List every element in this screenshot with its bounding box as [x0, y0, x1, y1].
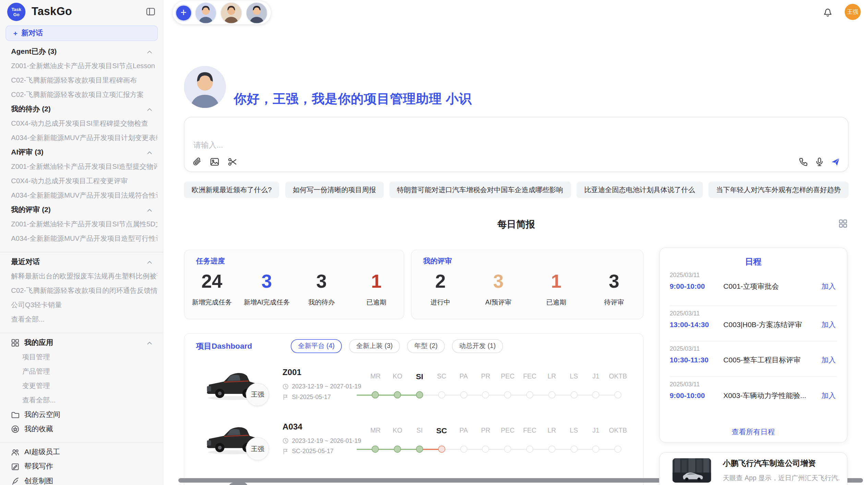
agent-avatar[interactable]: [246, 2, 267, 24]
agent-avatar[interactable]: [195, 2, 217, 24]
dashboard-title: 项目Dashboard: [196, 341, 252, 351]
conversation-item[interactable]: Z001-全新燃油轻卡产品开发项目SI节点属性5D文件评审: [11, 219, 157, 229]
sidebar-item-help-write[interactable]: 帮我写作: [11, 461, 157, 471]
milestone-dot: [504, 391, 511, 398]
conversation-item[interactable]: A034-全新新能源MUV产品开发项目法规符合性评审: [11, 190, 157, 200]
suggestion-chip[interactable]: 比亚迪全固态电池计划具体说了什么: [577, 182, 703, 198]
chevron-up-icon[interactable]: [146, 339, 153, 346]
schedule-event: 2025/03/11 13:00-14:30 C003|H0B-方案冻结评审 加…: [670, 310, 837, 338]
tab-new-platform[interactable]: 全新平台 (4): [291, 339, 342, 353]
news-title: 小鹏飞行汽车制造公司增资: [723, 459, 816, 469]
tab-powertrain[interactable]: 动总开发 (1): [452, 339, 503, 353]
divider: [0, 252, 163, 252]
project-flag-milestone: SI-2025-05-17: [282, 394, 331, 400]
send-icon[interactable]: [831, 157, 840, 166]
project-row[interactable]: 王强 A034 2023-12-19 ~ 2026-01-19 SC-2025-…: [184, 417, 643, 471]
attachment-icon[interactable]: [192, 157, 202, 166]
view-all-apps[interactable]: 查看全部...: [22, 395, 157, 405]
plus-icon: +: [13, 29, 17, 37]
greeting-text: 你好，王强，我是你的项目管理助理 小识: [234, 90, 472, 108]
schedule-title: 日程: [660, 257, 847, 268]
image-icon[interactable]: [210, 157, 219, 166]
sidebar-item-creative-draw[interactable]: 创意制图: [11, 476, 157, 485]
sidebar-item-favorites[interactable]: 我的收藏: [11, 424, 157, 434]
suggestion-chip[interactable]: 欧洲新规最近颁布了什么?: [184, 182, 279, 198]
suggestion-chip[interactable]: 特朗普可能对进口汽车增税会对中国车企造成哪些影响: [389, 182, 571, 198]
milestone-dot: [548, 446, 555, 453]
milestone-dot: [460, 446, 467, 453]
conversation-item[interactable]: A034-全新新能源MUV产品开发项目造型可行性评审: [11, 234, 157, 244]
conversation-item[interactable]: A034-全新新能源MUV产品开发项目计划变更表编写: [11, 133, 157, 143]
conversation-item[interactable]: Z001-全新燃油皮卡产品开发项目SI节点Lesson Learn报告: [11, 61, 157, 71]
milestone-dot: [504, 446, 511, 453]
conversation-item[interactable]: Z001-全新燃油轻卡产品开发项目SI造型提交物评审: [11, 162, 157, 172]
milestone-lr: LR: [541, 371, 563, 405]
milestone-pr: PR: [475, 425, 497, 459]
microphone-icon[interactable]: [815, 157, 824, 166]
join-link[interactable]: 加入: [821, 391, 836, 401]
user-avatar[interactable]: 王强: [845, 4, 861, 20]
milestone-j1: J1: [585, 371, 607, 405]
scissors-icon[interactable]: [228, 157, 237, 166]
layout-grid-icon[interactable]: [839, 219, 847, 228]
folder-icon: [11, 410, 19, 419]
conversation-item[interactable]: C02-飞腾新能源轻客改款项目立项汇报方案: [11, 90, 157, 100]
project-code: Z001: [282, 368, 301, 377]
chevron-up-icon[interactable]: [146, 259, 153, 265]
sidebar-item-my-apps[interactable]: 我的应用: [11, 338, 157, 348]
chevron-up-icon[interactable]: [146, 149, 153, 156]
join-link[interactable]: 加入: [821, 355, 836, 365]
tab-new-body[interactable]: 全新上装 (3): [349, 339, 400, 353]
milestone-ls: LS: [563, 371, 585, 405]
project-row[interactable]: 王强 Z001 2023-12-19 ~ 2027-01-19 SI-2025-…: [184, 363, 643, 417]
new-chat-button[interactable]: + 新对话: [5, 25, 158, 41]
phone-icon[interactable]: [799, 157, 808, 166]
conversation-item[interactable]: 公司Q3轻卡销量: [11, 300, 157, 310]
milestone-oktb: OKTB: [607, 425, 629, 459]
sidebar-item-cloud-space[interactable]: 我的云空间: [11, 410, 157, 420]
conversation-item[interactable]: C0X4-动力总成开发项目SI里程碑提交物检查: [11, 119, 157, 128]
view-all-chats[interactable]: 查看全部...: [11, 314, 157, 324]
milestone-si: SI: [409, 371, 431, 405]
conversation-item[interactable]: 解释最新出台的欧盟报废车法规再生塑料比例被调至15%...: [11, 271, 157, 281]
tab-model-year[interactable]: 年型 (2): [407, 339, 445, 353]
news-image: [672, 458, 711, 483]
section-ai-review[interactable]: AI评审 (3): [11, 147, 157, 157]
add-agent-button[interactable]: +: [176, 5, 191, 20]
task-progress-card: 任务进度 24 新增完成任务 3 新增AI完成任务 3 我的待办 1 已逾期: [184, 250, 404, 320]
view-all-schedule-link[interactable]: 查看所有日程: [660, 427, 847, 437]
join-link[interactable]: 加入: [821, 320, 836, 330]
logo-text-1: Task: [11, 7, 21, 12]
section-agent-done[interactable]: Agent已办 (3): [11, 47, 157, 57]
milestone-dot: [372, 391, 379, 398]
divider: [0, 442, 163, 443]
sidebar-collapse-icon[interactable]: [146, 7, 156, 16]
notification-bell-icon[interactable]: [823, 7, 832, 17]
chat-input-card[interactable]: 请输入...: [184, 117, 848, 172]
suggestion-chip[interactable]: 如何写一份清晰的项目周报: [285, 182, 384, 198]
join-link[interactable]: 加入: [821, 282, 836, 291]
suggestion-chips: 欧洲新规最近颁布了什么? 如何写一份清晰的项目周报 特朗普可能对进口汽车增税会对…: [184, 182, 848, 198]
milestone-j1: J1: [585, 425, 607, 459]
chevron-up-icon[interactable]: [146, 207, 153, 213]
sidebar-item-change-mgmt[interactable]: 变更管理: [22, 381, 157, 391]
chevron-up-icon[interactable]: [146, 106, 153, 112]
news-card[interactable]: 小鹏飞行汽车制造公司增资 天眼查 App 显示，近日广州汇天飞行汽...: [659, 452, 847, 485]
conversation-item[interactable]: C02-飞腾新能源轻客改款项目的闭环通告反馈情况: [11, 286, 157, 296]
conversation-item[interactable]: C02-飞腾新能源轻客改款项目里程碑画布: [11, 75, 157, 85]
sidebar-item-product-mgmt[interactable]: 产品管理: [22, 366, 157, 376]
milestone-dot: [570, 391, 577, 398]
conversation-item[interactable]: C0X4-动力总成开发项目工程变更评审: [11, 176, 157, 186]
section-recent-chats[interactable]: 最近对话: [11, 257, 157, 267]
suggestion-chip[interactable]: 当下年轻人对汽车外观有怎样的喜好趋势: [708, 182, 848, 198]
chevron-up-icon[interactable]: [146, 48, 153, 55]
section-my-todo[interactable]: 我的待办 (2): [11, 104, 157, 114]
sidebar-item-ai-employees[interactable]: AI超级员工: [11, 447, 157, 457]
owner-badge: 王强: [246, 437, 269, 460]
milestone-ko: KO: [386, 371, 408, 405]
flag-icon: [282, 448, 289, 454]
sidebar-item-project-mgmt[interactable]: 项目管理: [22, 352, 157, 362]
milestone-ls: LS: [563, 425, 585, 459]
agent-avatar[interactable]: [220, 2, 242, 24]
section-my-review[interactable]: 我的评审 (2): [11, 205, 157, 215]
